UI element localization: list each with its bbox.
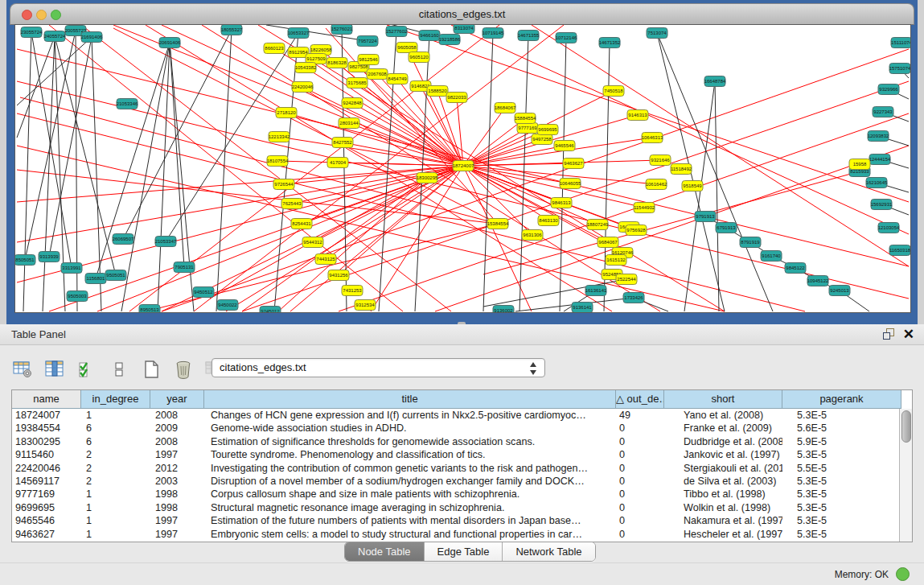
column-header[interactable]: △ out_de…: [616, 390, 664, 409]
table-row[interactable]: 946554611997Estimation of the future num…: [12, 514, 912, 527]
checklist-icon[interactable]: [76, 358, 98, 381]
svg-text:9466160: 9466160: [420, 33, 439, 38]
table-cell: 5.6E-5: [782, 422, 901, 435]
svg-text:2522544: 2522544: [617, 277, 636, 282]
svg-text:12103054: 12103054: [878, 225, 900, 230]
table-body: 1872400712008Changes of HCN gene express…: [12, 409, 912, 541]
column-edit-icon[interactable]: [43, 358, 66, 381]
table-cell: 1998: [150, 501, 204, 514]
svg-text:8254431: 8254431: [292, 221, 311, 226]
table-cell: 9777169: [12, 488, 81, 501]
table-cell: 9115460: [12, 448, 81, 461]
table-cell: 1: [81, 409, 150, 422]
status-bar: Memory: OK: [0, 562, 924, 585]
svg-text:22420046: 22420046: [292, 84, 314, 89]
network-desktop: citations_edges.txt 23055724240557242005…: [6, 0, 918, 324]
table-row[interactable]: 977716911998Corpus callosum shape and si…: [12, 488, 912, 501]
node-table[interactable]: namein_degreeyeartitle△ out_de…shortpage…: [11, 389, 913, 542]
svg-text:8660123: 8660123: [265, 46, 284, 51]
new-file-icon[interactable]: [140, 358, 162, 381]
svg-text:417004: 417004: [330, 160, 347, 165]
column-header[interactable]: year: [150, 390, 204, 409]
svg-text:8505051: 8505051: [15, 257, 35, 262]
svg-text:9312534: 9312534: [355, 303, 375, 307]
svg-text:9505003: 9505003: [68, 294, 87, 299]
svg-text:18724007: 18724007: [453, 163, 474, 168]
tab-node-table[interactable]: Node Table: [345, 542, 425, 561]
svg-text:9245012: 9245012: [261, 309, 280, 312]
table-cell: 22420046: [12, 462, 81, 475]
float-panel-icon[interactable]: [883, 328, 895, 340]
rows-icon[interactable]: [108, 358, 130, 381]
table-row[interactable]: 1872400712008Changes of HCN gene express…: [12, 409, 912, 422]
svg-text:18107554: 18107554: [267, 159, 289, 163]
table-cell: 2008: [150, 409, 204, 422]
table-cell: 2003: [150, 475, 204, 488]
network-canvas[interactable]: 2305572424055724200557232169140620691406…: [14, 24, 911, 313]
table-row[interactable]: 911546021997Tourette syndrome. Phenomeno…: [12, 448, 912, 461]
table-scrollbar[interactable]: [899, 409, 912, 542]
svg-text:18684067: 18684067: [495, 105, 516, 110]
svg-text:3313991: 3313991: [62, 266, 81, 270]
svg-text:21053346: 21053346: [117, 101, 138, 106]
table-cell: Embryonic stem cells: a model to study s…: [204, 528, 616, 541]
svg-text:8186328: 8186328: [327, 60, 347, 65]
table-cell: 0: [616, 448, 664, 461]
table-cell: 2: [81, 448, 150, 461]
table-cell: Changes of HCN gene expression and I(f) …: [204, 409, 616, 422]
svg-text:3175685: 3175685: [347, 80, 367, 85]
table-row[interactable]: 1830029562008Estimation of significance …: [12, 435, 912, 448]
table-cell: 0: [616, 422, 664, 435]
svg-text:9791913: 9791913: [696, 214, 715, 219]
svg-text:10646055: 10646055: [560, 181, 581, 186]
svg-text:15958: 15958: [853, 162, 867, 167]
table-row[interactable]: 1456911722003Disruption of a novel membe…: [12, 475, 912, 488]
table-cell: Wolkin et al. (1998): [664, 501, 782, 514]
table-row[interactable]: 969969511998Structural magnetic resonanc…: [12, 501, 912, 514]
scrollbar-thumb[interactable]: [901, 410, 911, 443]
column-header[interactable]: in_degree: [81, 390, 150, 409]
svg-text:9846313: 9846313: [552, 200, 571, 205]
svg-text:9245013: 9245013: [830, 288, 849, 293]
table-cell: 5.9E-5: [782, 435, 901, 448]
svg-text:14671355: 14671355: [518, 33, 540, 38]
memory-status-label: Memory: OK: [835, 569, 889, 580]
table-cell: Hescheler et al. (1997): [664, 528, 782, 541]
table-cell: Genome-wide association studies in ADHD.: [204, 422, 616, 435]
column-header[interactable]: title: [204, 390, 616, 409]
citation-network-graph[interactable]: 2305572424055724200557232169140620691406…: [15, 25, 910, 312]
svg-text:11650318: 11650318: [889, 248, 910, 253]
trash-icon[interactable]: [172, 358, 195, 381]
table-cell: 2009: [150, 422, 204, 435]
table-row[interactable]: 2242004622012Investigating the contribut…: [12, 462, 912, 475]
svg-text:20691406: 20691406: [159, 40, 181, 45]
svg-text:9812546: 9812546: [359, 57, 378, 62]
table-selector-combo[interactable]: citations_edges.txt: [211, 358, 545, 377]
svg-text:7513074: 7513074: [647, 31, 667, 35]
svg-text:9313939: 9313939: [39, 254, 59, 259]
table-cell: 5.3E-5: [782, 409, 901, 422]
close-panel-icon[interactable]: ✕: [903, 326, 914, 343]
column-header[interactable]: pagerank: [782, 390, 901, 409]
table-header-row: namein_degreeyeartitle△ out_de…shortpage…: [12, 390, 912, 409]
table-settings-icon[interactable]: [11, 358, 34, 381]
svg-text:10653327: 10653327: [288, 31, 310, 35]
table-row[interactable]: 1938455462009Genome-wide association stu…: [12, 422, 912, 435]
table-cell: Tibbo et al. (1998): [664, 488, 782, 501]
svg-text:10719145: 10719145: [483, 31, 504, 35]
table-cell: Yano et al. (2008): [664, 409, 782, 422]
svg-text:7625443: 7625443: [282, 201, 302, 206]
tab-network-table[interactable]: Network Table: [503, 542, 594, 561]
svg-text:10543382: 10543382: [295, 65, 317, 70]
column-header[interactable]: name: [12, 390, 81, 409]
combo-arrows-icon: [530, 361, 537, 376]
table-row[interactable]: 946362711997Embryonic stem cells: a mode…: [12, 528, 912, 541]
svg-text:1733426: 1733426: [624, 295, 643, 300]
column-header[interactable]: short: [664, 390, 782, 409]
table-cell: 5.3E-5: [782, 528, 901, 541]
memory-ok-icon[interactable]: [896, 567, 910, 581]
svg-text:9684067: 9684067: [598, 240, 618, 245]
tab-edge-table[interactable]: Edge Table: [425, 542, 503, 561]
network-window-titlebar[interactable]: citations_edges.txt: [10, 3, 914, 25]
table-cell: 9463627: [12, 528, 81, 541]
